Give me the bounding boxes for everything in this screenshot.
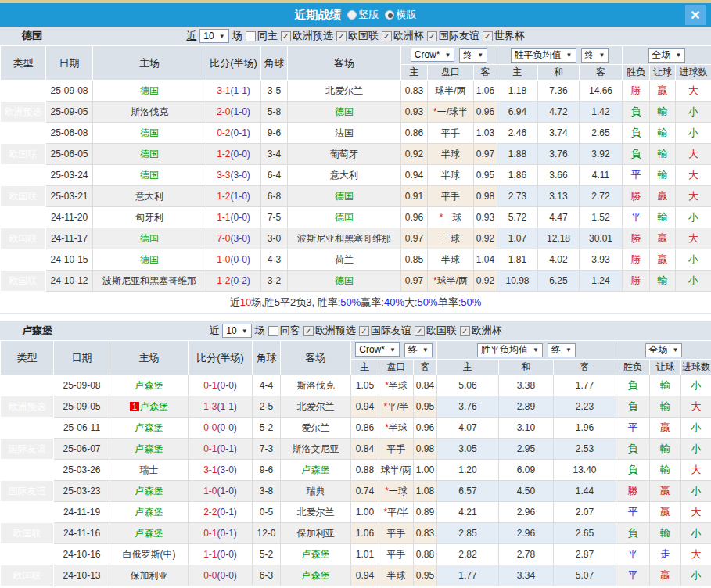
dropdown-arrow-icon: ▼ <box>533 346 539 353</box>
sections-container: 德国近10▼场同主✓欧洲预选✓欧国联✓欧洲杯✓国际友谊✓世界杯类型日期主场比分(… <box>0 27 711 586</box>
halftime-score: (0-1) <box>217 443 237 454</box>
halftime-score: (0-0) <box>217 422 237 433</box>
home-team-name: 斯洛伐克 <box>131 106 168 117</box>
recent-results-popup: 近期战绩 竖版 横版 ✕ 德国近10▼场同主✓欧洲预选✓欧国联✓欧洲杯✓国际友谊… <box>0 0 711 588</box>
away-team-cell: 波斯尼亚和黑塞哥维那 <box>288 228 401 249</box>
home-team-cell: 卢森堡 <box>110 481 189 502</box>
close-button[interactable]: ✕ <box>685 5 706 25</box>
competition-checkbox[interactable]: ✓欧洲杯 <box>382 29 424 43</box>
score-cell: 2-0(1-0) <box>206 102 261 123</box>
checkbox-checked-icon: ✓ <box>359 326 369 336</box>
mean-draw-cell: 2.95 <box>499 439 554 460</box>
goals-result-cell: 大 <box>676 186 711 207</box>
sub-column-header: 客 <box>414 360 437 375</box>
odds-away-cell: 0.96 <box>474 102 497 123</box>
layout-horizontal-radio[interactable]: 横版 <box>385 8 417 22</box>
header-group-row: 类型日期主场比分(半场)角球客场Crow*▼终▼胜平负均值▼终▼全场▼ <box>1 46 711 65</box>
filter-bar: 近10▼场同客✓欧洲预选✓国际友谊✓欧国联✓欧洲杯 <box>0 324 711 338</box>
away-team-name: 荷兰 <box>335 254 354 265</box>
summary-segment: 50% <box>418 296 438 308</box>
table-row: 国际友谊25-03-23卢森堡1-0(1-0)3-8瑞典0.74*一球1.086… <box>1 481 711 502</box>
handicap-cell: *一球 <box>379 481 414 502</box>
fulltime-score: 0-0 <box>203 422 217 433</box>
odds-home-cell: 0.96 <box>401 207 428 228</box>
match-count-select[interactable]: 10▼ <box>199 29 228 43</box>
competition-checkbox[interactable]: ✓欧国联 <box>336 29 379 43</box>
halftime-score: (1-1) <box>217 401 237 412</box>
odds-away-cell: 0.98 <box>474 186 497 207</box>
page-title: 近期战绩 <box>295 8 342 23</box>
handicap-result-cell: 輸 <box>650 207 676 228</box>
team-section: 卢森堡近10▼场同客✓欧洲预选✓国际友谊✓欧国联✓欧洲杯类型日期主场比分(半场)… <box>0 321 711 586</box>
handicap-star: * <box>383 507 387 518</box>
competition-checkbox[interactable]: ✓欧洲杯 <box>460 324 502 338</box>
away-team-cell: 德国 <box>288 102 401 123</box>
header-select[interactable]: 胜平负均值▼ <box>511 48 576 63</box>
fulltime-score: 2-2 <box>203 507 217 518</box>
home-team-name: 卢森堡 <box>135 443 163 454</box>
competition-checkbox[interactable]: ✓欧洲预选 <box>303 324 356 338</box>
odds-away-cell: 0.97 <box>474 144 497 165</box>
odds-home-cell: 1.06 <box>351 523 379 544</box>
score-cell: 0-0(0-0) <box>189 418 253 439</box>
mean-away-cell: 2.53 <box>554 439 616 460</box>
mean-draw-cell: 2.89 <box>499 396 554 418</box>
competition-checkbox[interactable]: ✓世界杯 <box>483 29 525 43</box>
match-type-cell: 国际友谊 <box>1 460 54 481</box>
score-cell: 2-2(0-1) <box>189 502 253 523</box>
header-select[interactable]: 终▼ <box>581 48 609 63</box>
odds-home-cell: 0.86 <box>401 123 428 144</box>
same-venue-checkbox[interactable]: 同主 <box>246 29 278 43</box>
layout-vertical-radio[interactable]: 竖版 <box>347 8 379 22</box>
fulltime-score: 3-1 <box>203 464 217 475</box>
mean-home-cell: 1.07 <box>497 228 538 249</box>
header-select[interactable]: Crow*▼ <box>355 342 400 357</box>
handicap-cell: 半球 <box>428 144 474 165</box>
mean-away-cell: 1.44 <box>554 481 616 502</box>
mean-home-cell: 1.88 <box>497 144 538 165</box>
checkbox-checked-icon: ✓ <box>303 326 314 336</box>
home-team-cell: 卢森堡 <box>110 439 189 460</box>
header-select[interactable]: 胜平负均值▼ <box>477 343 543 357</box>
recent-link[interactable]: 近 <box>186 29 196 43</box>
odds-home-cell: 1.01 <box>351 544 379 565</box>
handicap-star: * <box>440 212 443 223</box>
header-select[interactable]: 终▼ <box>404 343 433 357</box>
header-select[interactable]: 终▼ <box>459 48 487 63</box>
header-select[interactable]: Crow*▼ <box>411 48 455 62</box>
sub-column-header: 和 <box>538 65 580 81</box>
mean-draw-cell: 3.10 <box>499 418 554 439</box>
mean-draw-cell: 2.78 <box>499 544 554 565</box>
competition-checkbox[interactable]: ✓国际友谊 <box>427 29 479 43</box>
score-cell: 1-2(0-0) <box>206 144 261 165</box>
odds-home-cell: 0.83 <box>401 81 428 102</box>
match-type-cell: 欧国联 <box>1 207 46 228</box>
date-cell: 25-06-11 <box>54 418 110 439</box>
corner-cell: 2-5 <box>253 396 281 418</box>
recent-link[interactable]: 近 <box>209 324 219 338</box>
date-cell: 25-03-21 <box>46 186 93 207</box>
competition-checkbox[interactable]: ✓欧洲预选 <box>281 29 333 43</box>
odds-away-cell: 1.03 <box>474 123 497 144</box>
header-select[interactable]: 全场▼ <box>645 343 683 357</box>
match-count-select[interactable]: 10▼ <box>222 324 251 338</box>
competition-checkbox[interactable]: ✓欧国联 <box>415 324 457 338</box>
handicap-cell: *平/半 <box>379 502 414 523</box>
corner-cell: 7-3 <box>253 439 281 460</box>
competition-checkbox[interactable]: ✓国际友谊 <box>359 324 411 338</box>
handicap-cell: *平/半 <box>379 396 414 418</box>
mean-home-cell: 1.81 <box>497 249 538 271</box>
away-team-cell: 卢森堡 <box>281 460 351 481</box>
header-select[interactable]: 全场▼ <box>648 48 686 63</box>
handicap-result-cell: 輸 <box>650 144 676 165</box>
same-venue-checkbox[interactable]: 同客 <box>268 324 300 338</box>
odds-away-cell: 0.93 <box>474 207 497 228</box>
checkbox-checked-icon: ✓ <box>483 31 493 41</box>
mean-away-cell: 1.52 <box>580 207 623 228</box>
header-select[interactable]: 终▼ <box>548 343 576 357</box>
handicap-cell: *一球 <box>428 207 474 228</box>
corner-cell: 5-8 <box>261 102 288 123</box>
away-team-cell: 北爱尔兰 <box>281 502 351 523</box>
winlose-result-cell: 勝 <box>623 271 650 292</box>
odds-home-cell: 0.94 <box>401 165 428 186</box>
